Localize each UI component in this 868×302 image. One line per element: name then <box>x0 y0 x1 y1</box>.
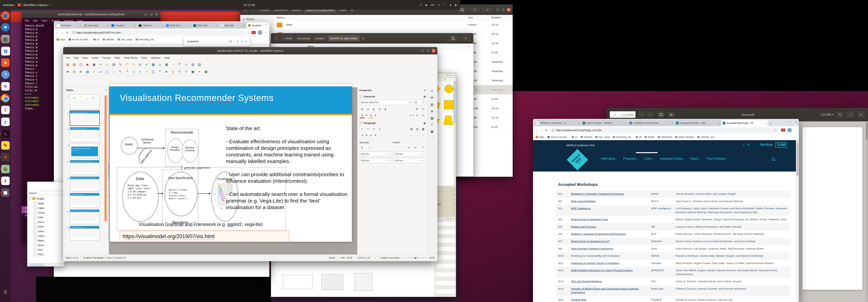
palette-section[interactable]: » <box>435 192 456 197</box>
sidebar-toggle-icon[interactable]: ▤ <box>667 111 675 118</box>
browser-tab[interactable]: IEEE Tran ✕ <box>165 23 192 29</box>
slide-transition-tab-icon[interactable]: ▤ <box>430 103 433 107</box>
search-input[interactable] <box>38 191 63 195</box>
slide-thumbnail[interactable]: 2 Visualisation Recommender Systems Visu… <box>66 111 110 126</box>
connector[interactable]: └ <box>124 69 130 74</box>
slide-url[interactable]: https://visualmodel.org/2019/07/vis.html <box>120 233 215 239</box>
tree-item[interactable]: PhD ( <box>27 252 64 257</box>
scroll-up-icon[interactable]: ▲ <box>796 140 799 142</box>
gallery[interactable]: ▦ <box>203 69 209 74</box>
maximize-button[interactable]: □ <box>149 12 153 16</box>
back-icon[interactable]: ← <box>56 31 59 34</box>
table-row[interactable]: W4 Model-Driven Engineering ToolsModel-D… <box>556 216 790 223</box>
styles-tab-icon[interactable]: T <box>431 123 433 127</box>
notes-icon[interactable]: ✎ <box>438 3 440 6</box>
next-page-icon[interactable]: › <box>646 111 654 118</box>
insert-chart[interactable]: ◔ <box>170 62 176 67</box>
slide-page[interactable]: Visualisation Recommender Systems Intent… <box>110 84 352 242</box>
close-icon[interactable]: ✕ <box>432 49 436 53</box>
forward-icon[interactable]: → <box>61 31 64 34</box>
menu-item[interactable]: Window <box>151 56 160 59</box>
menu-dots-icon[interactable]: ⋮ <box>264 31 267 34</box>
new-tab-button[interactable]: + <box>768 121 773 126</box>
align-bottom-button[interactable]: ▦ <box>421 126 426 131</box>
find-query[interactable]: contextual <box>187 40 226 43</box>
line-arrow[interactable]: → <box>111 69 117 74</box>
terminal-titlebar[interactable]: andrew@andrew-ltp: ~/src/phd/asimmons-wr… <box>22 11 160 18</box>
bookmark-item[interactable]: skillsets <box>103 38 114 41</box>
move-down-button[interactable]: ↓ <box>414 133 420 138</box>
font-color-caret[interactable]: ▾ <box>365 113 368 118</box>
input-grid-icon[interactable]: ⠿ <box>420 3 422 6</box>
view-grid-icon[interactable]: ⠿ <box>469 6 480 13</box>
close-tab-icon[interactable]: ✕ <box>671 122 673 125</box>
slide-thumbnail[interactable]: 4 DSVL Notation Recommender DSVL Notatio… <box>66 144 110 158</box>
address-bar[interactable]: i https://modelsconf19.org/?page_id=1184… <box>550 127 779 133</box>
symbol-shapes[interactable]: ☺ <box>137 69 143 74</box>
font-size-select[interactable]: 22▾ <box>413 100 426 105</box>
select[interactable]: ➤ <box>65 69 70 74</box>
horizontal-scrollbar[interactable] <box>27 263 64 266</box>
page-scrollbar[interactable]: ▲ <box>796 140 799 302</box>
table-row[interactable]: W3 MDE IntelligenceMDE Intelligence MDE … <box>556 205 790 216</box>
align-top-button[interactable]: ▤ <box>409 126 414 131</box>
numbered-list-button[interactable]: ≔ <box>368 133 374 138</box>
first-line-indent-icon[interactable]: ⊤ <box>421 145 426 150</box>
align-justify-button[interactable]: ≡ <box>377 126 382 131</box>
insert-image[interactable]: ▩ <box>163 62 169 67</box>
nav-item[interactable]: Program ˅ <box>623 157 638 161</box>
info-icon[interactable]: i <box>552 129 554 131</box>
nav-item[interactable]: Attending ˅ <box>601 157 617 161</box>
insert-table[interactable]: ▦ <box>150 62 156 67</box>
table-row[interactable]: W5 Models and EvolutionModels and Evolut… <box>556 223 790 231</box>
site-search-icon[interactable] <box>772 158 775 162</box>
table-row[interactable]: W1 Modeling in Automotive Software Engin… <box>556 190 790 198</box>
bookmark-item[interactable]: mac_setup <box>595 136 610 138</box>
browser-tab[interactable]: task-netw ✕ <box>83 23 110 29</box>
restore-icon[interactable]: ❐ <box>446 217 448 220</box>
extension-icon[interactable]: ••• <box>781 129 785 132</box>
workshop-link[interactable]: Modeling Language Engineering and Execut… <box>571 233 626 235</box>
close-tab-icon[interactable]: ✕ <box>625 122 626 125</box>
table-row[interactable]: W12 Multi-Paradigm Modeling for Cyber-Ph… <box>556 267 790 278</box>
tree-item[interactable]: Litera <box>27 229 64 233</box>
indent-after-stepper[interactable]: 0.00 cm−+ <box>394 158 426 163</box>
minimize-button[interactable]: – <box>421 49 425 53</box>
slide-thumbnail[interactable]: 9 DIVE (2018) MIT Media Lab DIVE (2018) … <box>66 226 110 241</box>
impress-window[interactable]: postdoc-plan-2019-07-15_v3.odp - LibreOf… <box>63 47 437 261</box>
menu-item[interactable]: Slide <box>115 56 120 59</box>
table-row[interactable]: W8 View-Oriented Software EngineeringVie… <box>556 245 790 253</box>
close-icon[interactable]: ✕ <box>155 12 159 16</box>
clock[interactable]: Fri 11:45 <box>244 3 255 7</box>
close-icon[interactable]: ✕ <box>424 89 426 92</box>
previous-page-icon[interactable]: ‹ <box>638 111 646 118</box>
menu-item[interactable]: Help <box>164 56 170 59</box>
nav-item[interactable]: Team ˅ <box>690 157 700 161</box>
palette-section[interactable]: » <box>435 211 456 216</box>
workshop-link[interactable]: OCL and Textual Modeling <box>571 280 601 283</box>
terminal-menu-item[interactable]: View <box>42 19 47 22</box>
close-icon[interactable]: ✕ <box>795 121 797 123</box>
tree-item[interactable]: Peer <box>27 247 64 252</box>
block-arrows[interactable]: ⇔ <box>144 69 150 74</box>
breadcrumb[interactable]: ⌂Home <box>280 35 295 42</box>
curve[interactable]: ✎ <box>117 69 123 74</box>
display-grid[interactable]: ≋ <box>78 69 84 74</box>
basic-shapes[interactable]: ◇ <box>131 69 136 74</box>
align-right-button[interactable]: ≡ <box>371 126 376 131</box>
annotate-icon[interactable]: ✎ <box>836 111 844 118</box>
decrease-indent-button[interactable]: ← <box>409 133 414 138</box>
zotero-icon[interactable]: Z <box>1 106 10 114</box>
firefox-icon[interactable] <box>1 11 10 20</box>
bold-button[interactable]: a <box>360 106 365 111</box>
close-tab-icon[interactable]: ✕ <box>765 122 767 125</box>
bookmark-item[interactable]: public transport <box>675 136 694 138</box>
status-language[interactable]: English (Australia) <box>380 257 399 259</box>
close-icon[interactable]: ✕ <box>105 89 107 92</box>
table-row[interactable]: W15 Flexible MDEFlexible MDE FlexMDE Dav… <box>556 296 790 302</box>
menu-item[interactable]: Insert <box>92 56 98 59</box>
trapezoid-shape-icon[interactable] <box>443 116 454 125</box>
strikethrough-button[interactable]: a <box>377 106 382 111</box>
state-of-art-text[interactable]: State of the art: - Evaluate effectivene… <box>226 125 348 211</box>
slide-layout[interactable]: ▥ <box>190 62 196 67</box>
